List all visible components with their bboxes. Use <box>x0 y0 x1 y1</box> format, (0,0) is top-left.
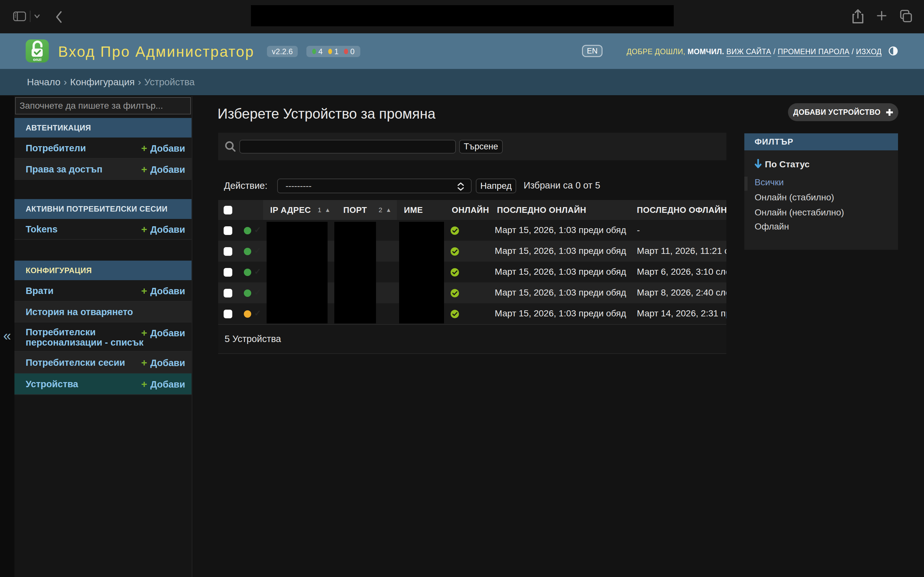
svg-text:onzi: onzi <box>33 57 41 62</box>
